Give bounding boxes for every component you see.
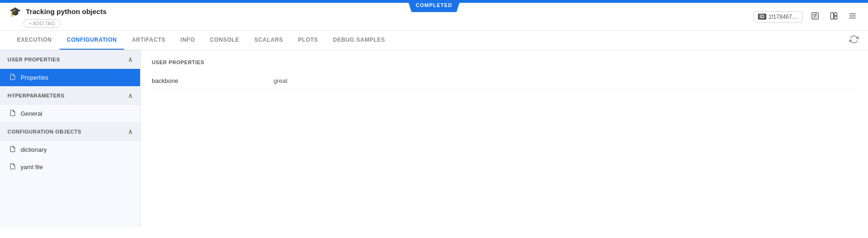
id-label: ID bbox=[758, 14, 766, 20]
svg-rect-6 bbox=[834, 16, 837, 19]
sidebar-section-user-properties[interactable]: USER PROPERTIES ∧ bbox=[0, 50, 140, 69]
sidebar-item-yaml-label: yaml file bbox=[21, 164, 43, 171]
page-title: Tracking python objects bbox=[26, 7, 107, 15]
sidebar-section-config-objects-label: CONFIGURATION OBJECTS bbox=[7, 129, 82, 134]
sidebar-section-hyperparameters-label: HYPERPARAMETERS bbox=[7, 93, 65, 98]
sidebar-section-hyperparameters[interactable]: HYPERPARAMETERS ∧ bbox=[0, 86, 140, 105]
content-area: USER PROPERTIES backbone great bbox=[141, 50, 868, 227]
refresh-icon[interactable] bbox=[849, 35, 859, 46]
tab-scalars[interactable]: SCALARS bbox=[247, 31, 291, 50]
chevron-up-icon: ∧ bbox=[128, 56, 133, 63]
add-tag-button[interactable]: + ADD TAG bbox=[23, 19, 60, 28]
id-value: 1f178467.... bbox=[769, 14, 798, 20]
property-value: great bbox=[274, 77, 288, 84]
tab-artifacts[interactable]: ARTIFACTS bbox=[124, 31, 173, 50]
sidebar-item-dictionary[interactable]: dictionary bbox=[0, 141, 140, 158]
menu-icon-button[interactable] bbox=[846, 10, 859, 24]
top-bar: COMPLETED bbox=[0, 0, 868, 3]
sidebar-item-properties-label: Properties bbox=[21, 74, 48, 81]
property-row: backbone great bbox=[152, 73, 857, 89]
header-left: 🎓 Tracking python objects + ADD TAG bbox=[9, 6, 107, 28]
doc-icon-2 bbox=[9, 110, 16, 118]
property-key: backbone bbox=[152, 77, 274, 84]
app-icon: 🎓 bbox=[9, 6, 21, 17]
header-right: ID 1f178467.... bbox=[754, 10, 859, 24]
sidebar-item-general[interactable]: General bbox=[0, 105, 140, 122]
tab-configuration[interactable]: CONFIGURATION bbox=[59, 31, 125, 50]
sidebar-item-yaml-file[interactable]: yaml file bbox=[0, 158, 140, 176]
tab-info[interactable]: INFO bbox=[173, 31, 202, 50]
chevron-up-icon-2: ∧ bbox=[128, 92, 133, 99]
doc-icon-3 bbox=[9, 146, 16, 154]
sidebar: USER PROPERTIES ∧ Properties HYPERPARAME… bbox=[0, 50, 141, 227]
layout-icon-button[interactable] bbox=[828, 10, 840, 24]
sidebar-item-properties[interactable]: Properties bbox=[0, 69, 140, 86]
svg-rect-4 bbox=[831, 13, 833, 19]
sidebar-section-configuration-objects[interactable]: CONFIGURATION OBJECTS ∧ bbox=[0, 122, 140, 141]
tab-debug-samples[interactable]: DEBUG SAMPLES bbox=[326, 31, 393, 50]
document-icon-button[interactable] bbox=[809, 10, 821, 24]
svg-rect-5 bbox=[834, 13, 837, 15]
tabs-bar: EXECUTION CONFIGURATION ARTIFACTS INFO C… bbox=[0, 31, 868, 50]
tab-console[interactable]: CONSOLE bbox=[202, 31, 247, 50]
id-badge: ID 1f178467.... bbox=[754, 11, 802, 22]
tab-execution[interactable]: EXECUTION bbox=[9, 31, 59, 50]
tab-plots[interactable]: PLOTS bbox=[290, 31, 326, 50]
sidebar-item-general-label: General bbox=[21, 110, 42, 117]
sidebar-item-dictionary-label: dictionary bbox=[21, 146, 47, 153]
main-layout: USER PROPERTIES ∧ Properties HYPERPARAME… bbox=[0, 50, 868, 227]
doc-icon-4 bbox=[9, 163, 16, 171]
doc-icon bbox=[9, 74, 16, 82]
header-title-row: 🎓 Tracking python objects bbox=[9, 6, 107, 17]
sidebar-section-user-properties-label: USER PROPERTIES bbox=[7, 57, 60, 62]
chevron-up-icon-3: ∧ bbox=[128, 128, 133, 135]
completed-badge: COMPLETED bbox=[407, 0, 460, 12]
content-section-title: USER PROPERTIES bbox=[152, 60, 857, 65]
